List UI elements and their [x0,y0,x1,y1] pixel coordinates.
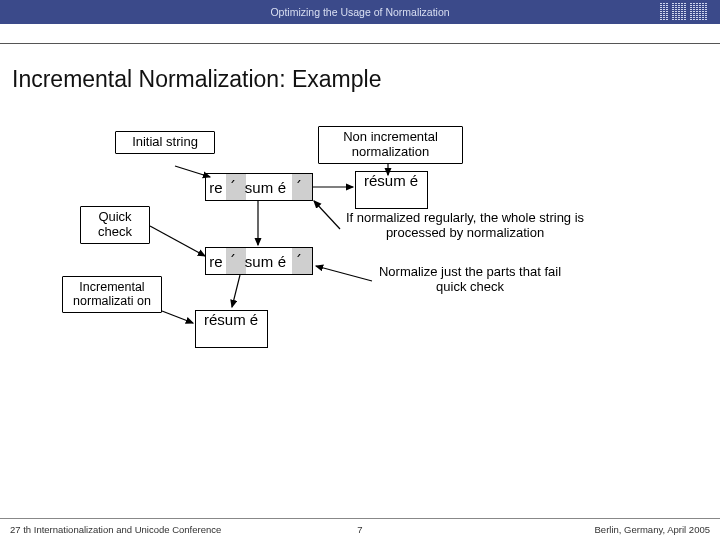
svg-line-8 [316,266,372,281]
label-initial-string: Initial string [115,131,215,154]
seq-cell: é [272,248,292,274]
label-quick-check: Quick check [80,206,150,244]
seq-cell: re [206,248,226,274]
note-regular: If normalized regularly, the whole strin… [335,211,595,241]
svg-line-5 [232,275,240,307]
seq-cell: sum [246,174,272,200]
seq-cell: ́ [226,174,246,200]
note-just-parts: Normalize just the parts that fail quick… [370,265,570,295]
seq-cell: ́ [226,248,246,274]
header-underbar [0,24,720,44]
label-incremental-normalization: Incremental normalizati on [62,276,162,313]
header-title: Optimizing the Usage of Normalization [270,6,449,18]
seq-cell: é [272,174,292,200]
footer-right: Berlin, Germany, April 2005 [595,524,710,535]
slide-header: Optimizing the Usage of Normalization [0,0,720,24]
label-non-incremental: Non incremental normalization [318,126,463,164]
ibm-logo [660,3,710,21]
slide-footer: 27 th Internationalization and Unicode C… [0,518,720,540]
footer-left: 27 th Internationalization and Unicode C… [10,524,221,535]
seq-cell: re [206,174,226,200]
seq-cell: sum [246,248,272,274]
svg-line-6 [162,311,193,323]
seq-cell: ́ [292,248,312,274]
seq-cell: ́ [292,174,312,200]
result-incremental: résum é [195,310,268,348]
footer-page-number: 7 [357,524,362,535]
svg-line-4 [150,226,205,256]
diagram-area: Initial string Non incremental normaliza… [0,101,720,481]
sequence-after-quick-check: re ́ sum é ́ [205,247,313,275]
slide-title: Incremental Normalization: Example [0,44,720,101]
sequence-initial: re ́ sum é ́ [205,173,313,201]
arrows-layer [0,101,720,540]
result-non-incremental: résum é [355,171,428,209]
